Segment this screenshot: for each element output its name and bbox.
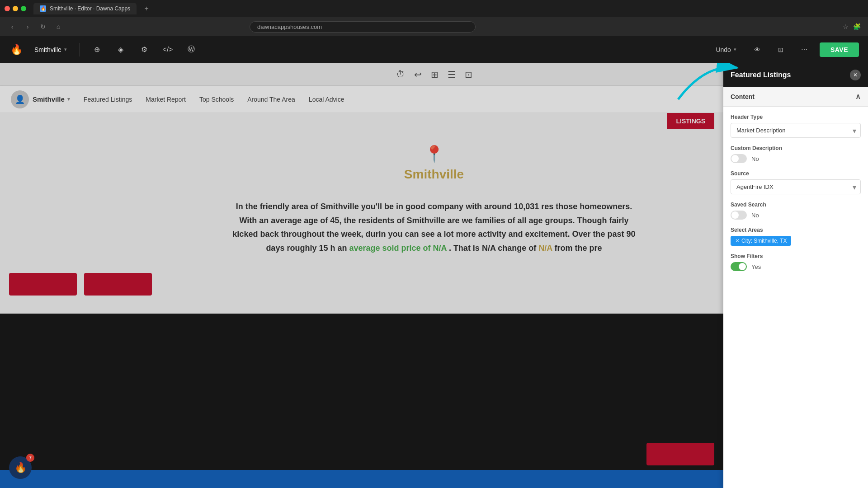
url-text: dawnacappshouses.com [257,23,322,30]
undo-label: Undo [716,46,731,53]
nav-link-featured-listings[interactable]: Featured Listings [84,96,132,103]
avg-sold-price-highlight: average sold price of N/A [349,244,446,253]
panel-header: Featured Listings ✕ [723,63,868,87]
user-avatar: 👤 [11,90,29,108]
panel-title: Featured Listings [731,71,791,79]
code-button[interactable]: </> [160,42,176,58]
preview-button[interactable]: 👁 [749,42,765,58]
select-areas-label: Select Areas [731,227,861,233]
collapse-icon: ∧ [855,92,861,101]
change-highlight: N/A [538,244,552,253]
right-cta-button[interactable]: LISTINGS [667,113,714,129]
undo-button[interactable]: Undo ▾ [710,43,741,56]
tab-bar: 🔥 Smithville · Editor · Dawna Capps + [0,0,868,17]
responsive-button[interactable]: ⊡ [773,42,789,58]
chevron-down-icon: ▾ [734,47,736,52]
nav-link-market-report[interactable]: Market Report [146,96,186,103]
header-type-label: Header Type [731,114,861,120]
extra-options-button[interactable]: ⋯ [796,42,812,58]
add-element-button[interactable]: ⊕ [89,42,105,58]
close-icon: ✕ [853,72,858,78]
close-window-button[interactable] [5,6,10,11]
chevron-down-icon: ▾ [64,47,67,52]
saved-search-toggle-row: No [731,211,861,220]
notification-badge: 7 [26,454,34,462]
panel-close-button[interactable]: ✕ [850,70,861,80]
area-tag-label: City: Smithville, TX [741,238,787,244]
extensions-icon[interactable]: 🧩 [853,23,861,30]
source-select[interactable]: AgentFire IDX Custom [731,179,861,194]
widget-icon-2[interactable]: ↩ [414,69,422,80]
area-tag-remove-icon[interactable]: ✕ [735,238,740,244]
description-text-2: . That is N/A change of [449,244,536,253]
description-text-3: from the pre [555,244,602,253]
page-content: ⏱ ↩ ⊞ ☰ ⊡ 👤 Smithville ▾ Featured Listin… [0,63,868,488]
widget-icon-5[interactable]: ⊡ [465,69,472,80]
right-cta-buttons: LISTINGS [667,113,714,129]
header-type-select[interactable]: Market Description Custom Text [731,123,861,138]
page-description: In the friendly area of Smithville you'l… [231,200,637,255]
floating-logo-inner: 🔥 7 [9,456,32,479]
nav-site-name[interactable]: Smithville ▾ [33,95,70,103]
custom-description-label: Custom Description [731,145,861,151]
saved-search-label: Saved Search [731,202,861,208]
traffic-lights [5,6,26,11]
nav-link-around-area[interactable]: Around The Area [247,96,295,103]
show-filters-toggle[interactable] [731,262,747,271]
layers-button[interactable]: ◈ [113,42,129,58]
panel-section-content[interactable]: Content ∧ [723,87,868,107]
editor-logo: 🔥 [9,42,24,57]
wordpress-button[interactable]: Ⓦ [183,42,199,58]
nav-links: Featured Listings Market Report Top Scho… [84,96,812,103]
area-tag-chip[interactable]: ✕ City: Smithville, TX [731,236,791,246]
toolbar-separator [80,43,80,56]
nav-site-name-text: Smithville [33,95,65,103]
forward-button[interactable]: › [23,23,33,30]
refresh-button[interactable]: ↻ [38,23,48,30]
bookmark-icon[interactable]: ☆ [843,23,849,30]
custom-description-field: Custom Description No [731,145,861,163]
back-button[interactable]: ‹ [7,23,17,30]
bottom-btn-2[interactable] [84,273,152,296]
custom-description-toggle-label: No [751,155,759,162]
editor-toolbar: 🔥 Smithville ▾ ⊕ ◈ ⚙ </> Ⓦ Undo ▾ 👁 ⊡ ⋯ … [0,36,868,63]
browser-actions: ☆ 🧩 [843,23,861,30]
nav-link-top-schools[interactable]: Top Schools [199,96,234,103]
nav-site-chevron-icon: ▾ [67,96,70,102]
flame-icon: 🔥 [10,44,23,56]
header-type-select-wrapper: Market Description Custom Text [731,123,861,138]
browser-chrome: 🔥 Smithville · Editor · Dawna Capps + ‹ … [0,0,868,36]
show-filters-label: Show Filters [731,253,861,259]
site-name-label: Smithville [34,46,61,53]
custom-description-toggle-row: No [731,154,861,163]
active-tab[interactable]: 🔥 Smithville · Editor · Dawna Capps [33,3,137,14]
source-field: Source AgentFire IDX Custom [731,170,861,194]
home-button[interactable]: ⌂ [53,23,63,30]
floating-logo[interactable]: 🔥 7 [9,456,32,479]
custom-description-toggle[interactable] [731,154,747,163]
bottom-cta-button[interactable] [646,443,714,465]
saved-search-toggle[interactable] [731,211,747,220]
source-select-wrapper: AgentFire IDX Custom [731,179,861,194]
url-input[interactable]: dawnacappshouses.com [250,21,476,33]
header-type-field: Header Type Market Description Custom Te… [731,114,861,138]
show-filters-toggle-row: Yes [731,262,861,271]
address-bar: ‹ › ↻ ⌂ dawnacappshouses.com ☆ 🧩 [0,17,868,36]
bottom-btn-1[interactable] [9,273,77,296]
nav-link-local-advice[interactable]: Local Advice [309,96,344,103]
new-tab-button[interactable]: + [140,2,153,15]
save-button[interactable]: SAVE [820,42,859,57]
select-areas-field: Select Areas ✕ City: Smithville, TX [731,227,861,246]
show-filters-field: Show Filters Yes [731,253,861,271]
widget-icon-1[interactable]: ⏱ [396,69,405,80]
saved-search-toggle-label: No [751,212,759,219]
site-selector[interactable]: Smithville ▾ [31,44,71,55]
widget-icon-4[interactable]: ☰ [448,69,456,80]
minimize-window-button[interactable] [13,6,18,11]
settings-button[interactable]: ⚙ [136,42,152,58]
source-label: Source [731,170,861,177]
panel-section-label: Content [731,93,755,100]
widget-icon-3[interactable]: ⊞ [431,69,439,80]
tab-favicon: 🔥 [40,5,46,12]
maximize-window-button[interactable] [21,6,26,11]
